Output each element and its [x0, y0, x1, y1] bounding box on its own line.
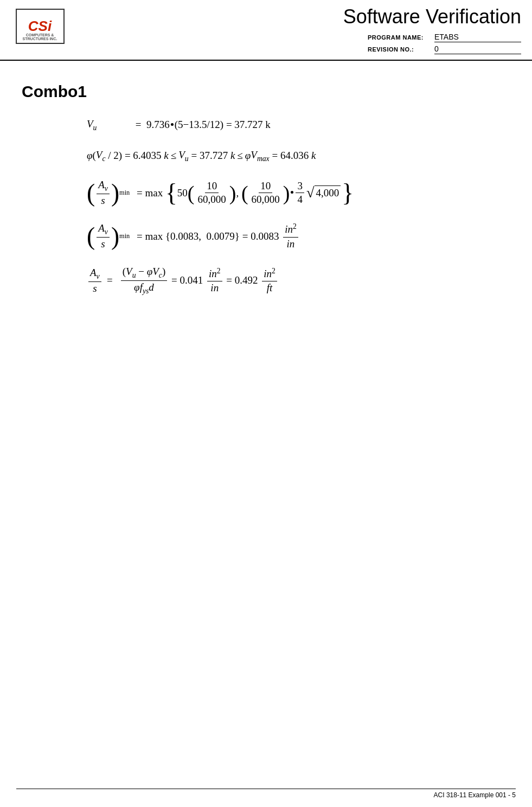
eq4-frac-lhs: Av s — [97, 222, 110, 251]
eq3-s: s — [99, 194, 106, 207]
main-content: Combo1 Vu = 9.736 (5−13.5/12) = 37.727 k… — [0, 61, 532, 317]
revision-value: 0 — [434, 44, 521, 54]
eq5-av: Av — [88, 267, 101, 282]
page-footer: ACI 318-11 Example 001 - 5 — [16, 789, 516, 799]
logo-subtext: COMPUTERS & STRUCTURES INC. — [17, 33, 63, 41]
eq5-unit1-top: in2 — [207, 267, 222, 281]
eq3-rparen2: ) — [229, 184, 236, 202]
equation-5: Av s = (Vu − φVc) φfysd = 0.041 in2 — [87, 266, 510, 296]
eq5-unit2: in2 ft — [262, 267, 277, 294]
eq3-frac34-num: 3 — [296, 180, 304, 194]
eq3-eq: = max — [134, 186, 165, 201]
equation-2: φ(Vc / 2) = 6.4035 k ≤ Vu = 37.727 k ≤φV… — [87, 148, 510, 164]
eq3-min-sub: min — [119, 188, 130, 197]
eq1-value: 9.736 — [146, 118, 170, 132]
eq1-equals: = — [130, 118, 146, 132]
eq4-unit-frac: in2 in — [283, 222, 298, 250]
program-name-label: PROGRAM NAME: — [368, 34, 424, 41]
eq1-rhs: 9.736 (5−13.5/12) = 37.727 k — [146, 118, 271, 132]
eq5-unit2-top: in2 — [262, 267, 277, 281]
eq2-full: φ(Vc / 2) = 6.4035 k ≤ Vu = 37.727 k ≤φV… — [87, 148, 316, 164]
eq3-lparen3: ( — [241, 184, 248, 202]
eq3-lparen: ( — [87, 183, 95, 204]
eq4-min-sub: min — [119, 232, 130, 241]
eq3-dot — [291, 191, 293, 194]
eq3-frac2-den: 60,000 — [250, 193, 281, 206]
eq2-leq2: ≤ — [237, 149, 242, 163]
eq3-frac1-den: 60,000 — [196, 193, 228, 206]
eq3-frac1: 10 60,000 — [196, 180, 228, 207]
eq3-frac2-num: 10 — [259, 180, 272, 194]
eq3-brace-open: { — [165, 183, 177, 204]
eq5-val1: = 0.041 — [169, 273, 206, 288]
eq5-eq: = — [103, 273, 119, 288]
eq3-brace-close: } — [342, 183, 354, 204]
eq2-slash: / 2) = 6.4035 — [106, 149, 164, 163]
eq3-rparen3: ) — [283, 184, 290, 202]
equation-4: ( Av s ) min = max {0.0083, 0.0079} = 0.… — [87, 222, 510, 251]
eq5-val2: = 0.492 — [224, 273, 261, 288]
eq3-frac-lhs: Av s — [97, 179, 110, 207]
logo-box: CSi COMPUTERS & STRUCTURES INC. — [16, 9, 65, 44]
eq4-unit-top: in2 — [283, 222, 298, 237]
eq3-rparen: ) — [111, 183, 119, 204]
eq3-frac34-den: 4 — [296, 193, 304, 206]
eq3-frac2: 10 60,000 — [250, 180, 281, 207]
eq3-50: 50 — [177, 186, 188, 201]
equation-1: Vu = 9.736 (5−13.5/12) = 37.727 k — [87, 117, 510, 133]
eq3-sqrt: √ 4,000 — [306, 185, 341, 201]
eq2-eq3: = 64.036 — [270, 149, 311, 163]
eq5-s: s — [91, 282, 98, 295]
eq2-leq1: ≤ — [171, 149, 176, 163]
eq2-vu: Vu — [178, 148, 188, 164]
program-info: PROGRAM NAME: ETABS REVISION NO.: 0 — [368, 33, 521, 54]
eq5-unit1-bot: in — [209, 281, 220, 294]
eq3-frac34: 3 4 — [296, 180, 304, 207]
eq5-frac-lhs: Av s — [88, 267, 101, 295]
eq2-k1: k — [164, 149, 168, 163]
page-header: CSi COMPUTERS & STRUCTURES INC. Software… — [0, 0, 532, 61]
eq5-main-frac: (Vu − φVc) φfysd — [121, 266, 168, 296]
page-title: Software Verification — [343, 5, 521, 28]
eq2-k2: k — [230, 149, 235, 163]
eq4-lparen: ( — [87, 226, 95, 247]
eq4-s: s — [99, 238, 106, 251]
eq2-k3: k — [311, 149, 316, 163]
footer-text: ACI 318-11 Example 001 - 5 — [434, 791, 516, 799]
header-right: Software Verification PROGRAM NAME: ETAB… — [74, 5, 521, 54]
eq4-unit-bot: in — [285, 238, 297, 251]
eq2-eq2: = 37.727 — [189, 149, 230, 163]
logo-area: CSi COMPUTERS & STRUCTURES INC. — [5, 5, 74, 47]
section-title: Combo1 — [22, 82, 510, 101]
eq5-unit1: in2 in — [207, 267, 222, 294]
eq1-expr: (5−13.5/12) = 37.727 k — [175, 118, 271, 132]
eq5-num: (Vu − φVc) — [121, 266, 168, 281]
program-name-value: ETABS — [434, 33, 521, 42]
sqrt-symbol: √ — [306, 185, 315, 200]
eq4-rparen: ) — [111, 226, 119, 247]
revision-label: REVISION NO.: — [368, 46, 424, 53]
eq5-den: φfysd — [132, 281, 156, 296]
equations-area: Vu = 9.736 (5−13.5/12) = 37.727 k φ(Vc /… — [22, 117, 510, 296]
eq3-frac1-num: 10 — [205, 180, 219, 194]
eq1-vu: Vu — [87, 117, 97, 133]
equation-3: ( Av s ) min = max { 50 ( 10 60,000 ) , … — [87, 179, 510, 207]
eq3-sqrt-val: 4,000 — [315, 185, 341, 201]
eq3-lparen2: ( — [188, 184, 195, 202]
eq3-comma: , — [236, 186, 241, 201]
eq2-vc: Vc — [96, 148, 106, 164]
eq4-rhs-text: = max {0.0083, 0.0079} = 0.0083 — [134, 229, 281, 244]
eq4-av: Av — [97, 222, 110, 238]
eq2-vmax: Vmax — [251, 148, 269, 164]
eq5-unit2-bot: ft — [265, 281, 274, 294]
eq2-phi2: φ — [245, 149, 251, 163]
eq1-lhs: Vu — [87, 117, 130, 133]
eq1-dot — [171, 123, 174, 126]
eq3-av: Av — [97, 179, 110, 194]
eq2-phi: φ — [87, 149, 93, 163]
logo-text: CSi — [28, 18, 52, 35]
